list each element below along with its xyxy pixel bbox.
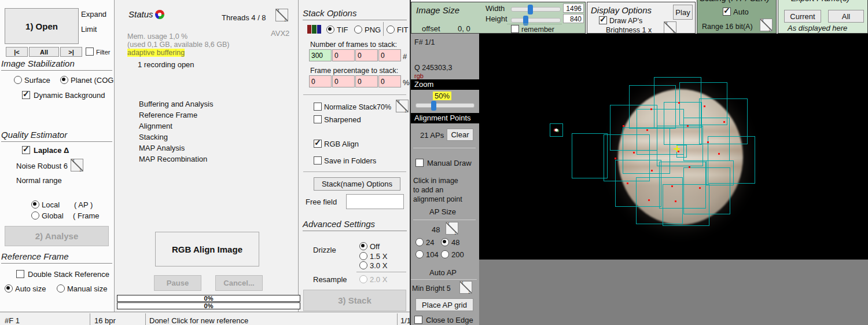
- planet-cog-radio[interactable]: [60, 76, 68, 84]
- zoom-slider-thumb[interactable]: [431, 101, 436, 111]
- global-label: Global: [42, 211, 64, 220]
- fit-radio[interactable]: [387, 25, 395, 34]
- drizzle-off-radio[interactable]: [359, 242, 367, 250]
- normalize-stack-checkbox[interactable]: [314, 103, 322, 111]
- drizzle-off-label: Off: [370, 242, 380, 251]
- percent-field-2[interactable]: [332, 75, 355, 87]
- png-radio[interactable]: [354, 25, 362, 34]
- alignment-point-box[interactable]: [706, 160, 734, 185]
- all-frames-button[interactable]: All: [29, 47, 59, 57]
- analyse-button[interactable]: 2) Analyse: [5, 226, 109, 246]
- sharpened-checkbox[interactable]: [314, 115, 322, 123]
- laplace-checkbox[interactable]: [22, 146, 30, 154]
- manual-draw-checkbox[interactable]: [415, 159, 424, 167]
- frames-count-field-1[interactable]: [309, 49, 332, 61]
- quality-estimator-heading: Quality Estimator: [1, 130, 112, 142]
- drizzle-30x-radio[interactable]: [359, 261, 367, 269]
- display-options-panel: Display Options Play Draw AP's Brightnes…: [587, 2, 696, 34]
- draw-aps-checkbox[interactable]: [599, 16, 607, 24]
- local-ap-radio[interactable]: [31, 200, 39, 209]
- double-stack-reference-checkbox[interactable]: [16, 270, 24, 278]
- tif-radio[interactable]: [326, 25, 334, 34]
- status-bar-divider: [145, 313, 146, 325]
- frames-count-field-2[interactable]: [332, 49, 355, 61]
- normalize-stepper[interactable]: [396, 100, 409, 112]
- normalize-stack-label: Normalize Stack70%: [324, 103, 391, 111]
- surface-radio[interactable]: [14, 76, 22, 84]
- zoom-value-badge: 50%: [433, 92, 451, 100]
- resample-20x-radio[interactable]: [359, 275, 367, 283]
- last-frame-button[interactable]: >|: [60, 47, 82, 57]
- image-canvas[interactable]: [479, 34, 868, 260]
- percent-unit-label: %: [403, 78, 410, 87]
- percent-field-1[interactable]: [309, 75, 332, 87]
- rgb-align-image-button[interactable]: RGB Align Image: [155, 232, 259, 266]
- width-label: Width: [486, 4, 505, 13]
- percent-field-3[interactable]: [355, 75, 378, 87]
- status-bar-divider: [397, 313, 398, 325]
- local-suffix-label: ( AP ): [74, 200, 93, 209]
- play-button[interactable]: Play: [673, 5, 693, 20]
- brightness-label: Brightness 1 x: [606, 26, 652, 34]
- clear-aps-button[interactable]: Clear: [447, 129, 473, 141]
- zoom-slider[interactable]: [415, 103, 475, 108]
- height-value[interactable]: 840: [563, 14, 584, 23]
- cancel-button[interactable]: Cancel...: [215, 275, 263, 291]
- stage-item: MAP Recombination: [139, 154, 213, 165]
- auto-size-radio[interactable]: [5, 284, 13, 293]
- manual-size-radio[interactable]: [57, 284, 65, 293]
- ap-size-48-radio[interactable]: [441, 238, 449, 246]
- brightness-stepper[interactable]: [664, 21, 676, 34]
- status-panel: Status Threads 4 / 8 AVX2 Mem. usage 1,0…: [114, 0, 298, 312]
- close-to-edge-checkbox[interactable]: [414, 316, 422, 324]
- expand-label[interactable]: Expand: [81, 10, 106, 19]
- frames-count-field-4[interactable]: [378, 49, 401, 61]
- export-all-button[interactable]: All: [828, 10, 864, 23]
- pause-button[interactable]: Pause: [154, 275, 201, 291]
- ap-size-200-radio[interactable]: [441, 250, 449, 258]
- width-value[interactable]: 1496: [563, 3, 584, 13]
- width-slider[interactable]: [511, 7, 561, 12]
- limit-label[interactable]: Limit: [81, 25, 97, 34]
- ap-size-104-radio[interactable]: [415, 250, 424, 258]
- alignment-point-box[interactable]: [572, 133, 608, 178]
- stage-list: Buffering and Analysis Reference Frame A…: [139, 98, 213, 165]
- height-slider[interactable]: [511, 18, 561, 23]
- alignment-point-dot: [615, 158, 616, 159]
- export-current-button[interactable]: Current: [784, 10, 821, 23]
- free-field-label: Free field: [306, 198, 337, 206]
- ap-size-24-radio[interactable]: [415, 238, 424, 246]
- local-label: Local: [42, 200, 60, 209]
- save-in-folders-checkbox[interactable]: [314, 156, 322, 165]
- stack-name-options-button[interactable]: Stack(name) Options: [314, 177, 400, 191]
- remember-checkbox[interactable]: [511, 25, 519, 33]
- open-button[interactable]: 1) Open: [5, 8, 79, 44]
- dynamic-background-checkbox[interactable]: [22, 91, 30, 99]
- alignment-point-box[interactable]: [663, 184, 709, 226]
- stack-button[interactable]: 3) Stack: [303, 290, 406, 311]
- threads-stepper[interactable]: [275, 9, 288, 21]
- progress-bar-top: 0%: [117, 295, 300, 302]
- free-field-input[interactable]: [346, 194, 404, 209]
- alignment-point-dot: [633, 152, 635, 154]
- first-frame-button[interactable]: |<: [6, 47, 28, 57]
- global-frame-radio[interactable]: [31, 211, 39, 220]
- ap-size-stepper[interactable]: [446, 222, 458, 235]
- remember-label: remember: [521, 25, 554, 34]
- rgb-align-checkbox[interactable]: [314, 140, 322, 148]
- frames-count-field-3[interactable]: [355, 49, 378, 61]
- scaling-range-stepper[interactable]: [760, 19, 773, 31]
- percent-field-4[interactable]: [378, 75, 401, 87]
- recording-open-label: 1 recording open: [138, 60, 194, 69]
- scaling-panel: Scaling (FIT / SER) Auto Range 16 bit(A): [697, 0, 777, 34]
- noise-robust-stepper[interactable]: [71, 159, 83, 171]
- ap-size-48-label: 48: [451, 238, 459, 247]
- width-slider-thumb[interactable]: [528, 5, 533, 14]
- scaling-auto-checkbox[interactable]: [723, 8, 731, 16]
- filter-checkbox[interactable]: [86, 48, 94, 56]
- place-ap-grid-button[interactable]: Place AP grid: [415, 298, 473, 311]
- drizzle-15x-radio[interactable]: [359, 252, 367, 260]
- divider: [356, 272, 406, 272]
- min-bright-stepper[interactable]: [459, 281, 472, 294]
- alignment-point-dot: [678, 102, 680, 104]
